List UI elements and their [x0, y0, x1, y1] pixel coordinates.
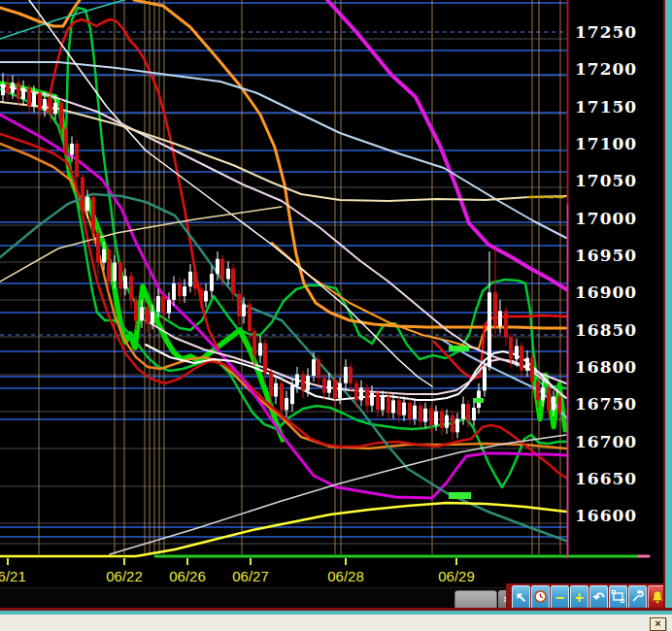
- candle: [413, 406, 417, 419]
- candle: [156, 296, 160, 312]
- price-label: 17000: [575, 210, 658, 227]
- candle: [552, 397, 555, 411]
- status-bar: ×: [0, 614, 672, 631]
- fullscreen-button[interactable]: [609, 585, 627, 610]
- undo-button[interactable]: ↶: [589, 585, 608, 610]
- candle: [252, 331, 256, 355]
- candle: [237, 294, 241, 316]
- candle: [226, 269, 230, 280]
- candle: [359, 387, 363, 400]
- candle: [75, 144, 79, 177]
- price-label: 16900: [575, 283, 658, 301]
- price-label: 16650: [575, 470, 658, 487]
- candle: [423, 409, 427, 422]
- candle: [509, 337, 513, 359]
- candle: [102, 249, 106, 263]
- candle: [70, 144, 74, 154]
- candle: [269, 373, 273, 397]
- fullscreen-icon: [612, 590, 624, 603]
- clock-tool-button[interactable]: [531, 585, 550, 610]
- candle: [53, 103, 57, 114]
- candle: [123, 276, 127, 288]
- candle: [178, 283, 182, 296]
- candle: [85, 197, 89, 211]
- candle: [520, 346, 523, 370]
- candle: [49, 99, 52, 114]
- candle: [27, 87, 31, 106]
- candle: [188, 272, 192, 286]
- trading-chart-window: 1725017200171501710017050170001695016900…: [0, 0, 672, 631]
- candle: [455, 419, 459, 433]
- candle: [290, 385, 294, 404]
- zoom-in-button[interactable]: +: [570, 585, 588, 610]
- bell-icon: [651, 590, 664, 604]
- price-label: 16700: [575, 433, 658, 450]
- candle: [504, 311, 508, 337]
- candle: [419, 406, 422, 422]
- plus-icon: +: [575, 589, 584, 606]
- candle: [370, 393, 374, 406]
- candle: [118, 263, 122, 289]
- candle: [140, 308, 144, 321]
- price-label: 16800: [575, 358, 658, 376]
- green-level-marker: [473, 398, 484, 403]
- candle: [204, 291, 208, 302]
- candle: [96, 233, 100, 263]
- minus-icon: −: [555, 589, 564, 606]
- candle: [312, 359, 316, 376]
- price-label: 16600: [575, 507, 658, 524]
- candle: [134, 300, 138, 320]
- candle: [258, 343, 262, 355]
- candle: [295, 375, 299, 385]
- candle: [391, 400, 395, 413]
- candle: [210, 274, 214, 291]
- candle: [216, 259, 219, 274]
- candle: [21, 87, 25, 98]
- price-label: 17150: [575, 98, 658, 116]
- close-button[interactable]: ×: [650, 617, 666, 631]
- candle: [466, 404, 470, 420]
- candle: [11, 83, 15, 93]
- price-label: 17200: [575, 60, 658, 78]
- zoom-out-button[interactable]: −: [551, 585, 569, 610]
- candle: [487, 292, 491, 367]
- green-level-marker: [449, 492, 471, 499]
- candle: [536, 382, 540, 400]
- cursor-tool-button[interactable]: ↖: [512, 585, 530, 610]
- candle: [107, 249, 111, 282]
- date-label: 06/29: [438, 569, 475, 584]
- candle: [365, 387, 369, 405]
- date-label: 06/28: [327, 569, 364, 584]
- candle: [557, 397, 561, 414]
- candle: [397, 400, 401, 415]
- candle: [129, 276, 133, 300]
- candle: [429, 409, 433, 425]
- candle: [461, 404, 465, 418]
- candle: [349, 367, 353, 383]
- price-label: 16950: [575, 247, 658, 264]
- candle: [408, 403, 412, 419]
- date-label: 06/21: [0, 569, 26, 584]
- candle: [17, 83, 20, 99]
- candle: [242, 305, 246, 316]
- candle: [220, 259, 224, 280]
- date-label: 06/22: [106, 569, 143, 584]
- candle: [338, 383, 342, 398]
- candle: [151, 312, 154, 323]
- candle: [81, 177, 84, 210]
- candle: [248, 305, 252, 332]
- candle: [525, 358, 529, 371]
- chart-canvas[interactable]: [0, 0, 672, 631]
- candle: [498, 311, 502, 325]
- candle: [172, 283, 176, 300]
- candle: [199, 288, 203, 301]
- candle: [344, 367, 348, 383]
- price-label: 16850: [575, 321, 658, 339]
- settings-wrench-button[interactable]: [628, 585, 647, 610]
- candle: [317, 359, 320, 378]
- candle: [285, 398, 288, 410]
- candle: [547, 387, 551, 410]
- candle: [183, 286, 186, 296]
- candle: [434, 412, 438, 425]
- candle: [306, 376, 310, 390]
